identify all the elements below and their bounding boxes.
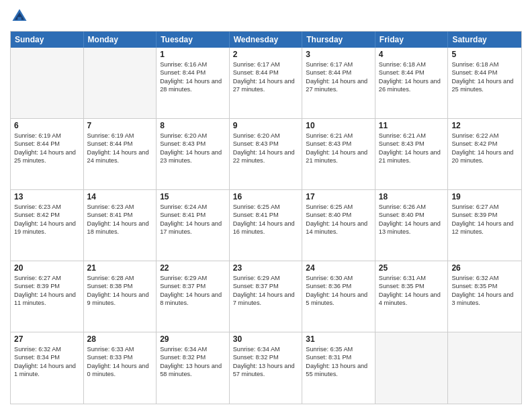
sunrise-text: Sunrise: 6:17 AM	[233, 60, 299, 68]
day-number: 5	[451, 50, 518, 59]
day-number: 27	[14, 334, 80, 344]
day-number: 6	[14, 121, 80, 130]
sunrise-text: Sunrise: 6:34 AM	[160, 345, 226, 353]
day-number: 9	[233, 121, 299, 130]
daylight-text: Daylight: 13 hours and 57 minutes.	[233, 362, 299, 379]
sunrise-text: Sunrise: 6:23 AM	[14, 203, 80, 211]
calendar-cell	[84, 48, 157, 118]
daylight-text: Daylight: 14 hours and 26 minutes.	[379, 77, 445, 94]
daylight-text: Daylight: 14 hours and 27 minutes.	[306, 77, 371, 94]
daylight-text: Daylight: 14 hours and 8 minutes.	[160, 291, 226, 308]
sunset-text: Sunset: 8:36 PM	[306, 282, 371, 290]
calendar-cell: 21Sunrise: 6:28 AMSunset: 8:38 PMDayligh…	[84, 261, 157, 332]
calendar-cell	[11, 48, 84, 118]
day-number: 19	[451, 192, 518, 201]
sunrise-text: Sunrise: 6:20 AM	[233, 132, 299, 140]
day-number: 13	[14, 192, 80, 201]
calendar-cell: 18Sunrise: 6:26 AMSunset: 8:40 PMDayligh…	[375, 190, 449, 261]
calendar-cell: 7Sunrise: 6:19 AMSunset: 8:44 PMDaylight…	[84, 119, 157, 189]
day-number: 31	[306, 334, 371, 344]
calendar-cell: 24Sunrise: 6:30 AMSunset: 8:36 PMDayligh…	[302, 261, 375, 332]
calendar-cell: 4Sunrise: 6:18 AMSunset: 8:44 PMDaylight…	[375, 48, 449, 118]
sunset-text: Sunset: 8:35 PM	[451, 282, 518, 290]
day-number: 12	[451, 121, 518, 130]
sunset-text: Sunset: 8:44 PM	[451, 68, 518, 77]
calendar-cell: 28Sunrise: 6:33 AMSunset: 8:33 PMDayligh…	[84, 332, 157, 404]
daylight-text: Daylight: 13 hours and 55 minutes.	[306, 362, 371, 379]
sunrise-text: Sunrise: 6:31 AM	[379, 274, 445, 282]
daylight-text: Daylight: 14 hours and 1 minute.	[14, 362, 80, 379]
sunset-text: Sunset: 8:40 PM	[306, 211, 371, 219]
sunrise-text: Sunrise: 6:21 AM	[379, 132, 445, 140]
day-number: 10	[306, 121, 371, 130]
day-number: 21	[87, 263, 153, 273]
sunset-text: Sunset: 8:44 PM	[87, 140, 153, 148]
sunset-text: Sunset: 8:32 PM	[160, 353, 226, 361]
daylight-text: Daylight: 14 hours and 17 minutes.	[160, 220, 226, 236]
sunrise-text: Sunrise: 6:25 AM	[306, 203, 371, 211]
daylight-text: Daylight: 14 hours and 20 minutes.	[451, 148, 518, 165]
daylight-text: Daylight: 14 hours and 25 minutes.	[14, 148, 80, 165]
calendar-body: 1Sunrise: 6:16 AMSunset: 8:44 PMDaylight…	[11, 48, 521, 404]
sunrise-text: Sunrise: 6:18 AM	[451, 60, 518, 68]
sunset-text: Sunset: 8:35 PM	[379, 282, 445, 290]
calendar-cell: 26Sunrise: 6:32 AMSunset: 8:35 PMDayligh…	[448, 261, 521, 332]
sunrise-text: Sunrise: 6:17 AM	[306, 60, 371, 68]
calendar-cell: 3Sunrise: 6:17 AMSunset: 8:44 PMDaylight…	[302, 48, 375, 118]
daylight-text: Daylight: 13 hours and 58 minutes.	[160, 362, 226, 379]
calendar-cell: 13Sunrise: 6:23 AMSunset: 8:42 PMDayligh…	[11, 190, 84, 261]
calendar-row: 27Sunrise: 6:32 AMSunset: 8:34 PMDayligh…	[11, 332, 521, 404]
calendar-cell	[448, 332, 521, 404]
sunset-text: Sunset: 8:41 PM	[87, 211, 153, 219]
sunrise-text: Sunrise: 6:16 AM	[160, 60, 226, 68]
day-number: 8	[160, 121, 226, 130]
logo-icon	[10, 7, 29, 26]
daylight-text: Daylight: 14 hours and 7 minutes.	[233, 291, 299, 308]
day-number: 20	[14, 263, 80, 273]
daylight-text: Daylight: 14 hours and 13 minutes.	[379, 220, 445, 236]
sunset-text: Sunset: 8:41 PM	[233, 211, 299, 219]
calendar-cell: 10Sunrise: 6:21 AMSunset: 8:43 PMDayligh…	[302, 119, 375, 189]
sunset-text: Sunset: 8:33 PM	[87, 353, 153, 361]
sunrise-text: Sunrise: 6:30 AM	[306, 274, 371, 282]
sunrise-text: Sunrise: 6:23 AM	[87, 203, 153, 211]
sunrise-text: Sunrise: 6:26 AM	[379, 203, 445, 211]
sunrise-text: Sunrise: 6:21 AM	[306, 132, 371, 140]
calendar-cell: 16Sunrise: 6:25 AMSunset: 8:41 PMDayligh…	[230, 190, 303, 261]
daylight-text: Daylight: 14 hours and 19 minutes.	[14, 220, 80, 236]
sunset-text: Sunset: 8:43 PM	[160, 140, 226, 148]
daylight-text: Daylight: 14 hours and 3 minutes.	[451, 291, 518, 308]
calendar-cell: 27Sunrise: 6:32 AMSunset: 8:34 PMDayligh…	[11, 332, 84, 404]
logo	[10, 7, 32, 26]
day-number: 30	[233, 334, 299, 344]
sunrise-text: Sunrise: 6:27 AM	[451, 203, 518, 211]
calendar-cell: 19Sunrise: 6:27 AMSunset: 8:39 PMDayligh…	[448, 190, 521, 261]
sunrise-text: Sunrise: 6:33 AM	[87, 345, 153, 353]
calendar-cell: 12Sunrise: 6:22 AMSunset: 8:42 PMDayligh…	[448, 119, 521, 189]
calendar-cell: 30Sunrise: 6:34 AMSunset: 8:32 PMDayligh…	[230, 332, 303, 404]
sunrise-text: Sunrise: 6:22 AM	[451, 132, 518, 140]
sunset-text: Sunset: 8:44 PM	[160, 68, 226, 77]
daylight-text: Daylight: 14 hours and 18 minutes.	[87, 220, 153, 236]
sunrise-text: Sunrise: 6:18 AM	[379, 60, 445, 68]
calendar-cell: 17Sunrise: 6:25 AMSunset: 8:40 PMDayligh…	[302, 190, 375, 261]
sunrise-text: Sunrise: 6:35 AM	[306, 345, 371, 353]
sunset-text: Sunset: 8:39 PM	[14, 282, 80, 290]
page: SundayMondayTuesdayWednesdayThursdayFrid…	[0, 0, 532, 411]
sunset-text: Sunset: 8:43 PM	[306, 140, 371, 148]
sunrise-text: Sunrise: 6:24 AM	[160, 203, 226, 211]
day-number: 24	[306, 263, 371, 273]
daylight-text: Daylight: 14 hours and 11 minutes.	[14, 291, 80, 308]
day-number: 1	[160, 50, 226, 59]
daylight-text: Daylight: 14 hours and 21 minutes.	[306, 148, 371, 165]
day-number: 17	[306, 192, 371, 201]
sunrise-text: Sunrise: 6:29 AM	[160, 274, 226, 282]
day-number: 25	[379, 263, 445, 273]
day-header-thursday: Thursday	[302, 32, 375, 48]
calendar-cell: 9Sunrise: 6:20 AMSunset: 8:43 PMDaylight…	[230, 119, 303, 189]
daylight-text: Daylight: 14 hours and 14 minutes.	[306, 220, 371, 236]
sunset-text: Sunset: 8:44 PM	[233, 68, 299, 77]
day-number: 26	[451, 263, 518, 273]
day-number: 29	[160, 334, 226, 344]
day-header-sunday: Sunday	[11, 32, 84, 48]
